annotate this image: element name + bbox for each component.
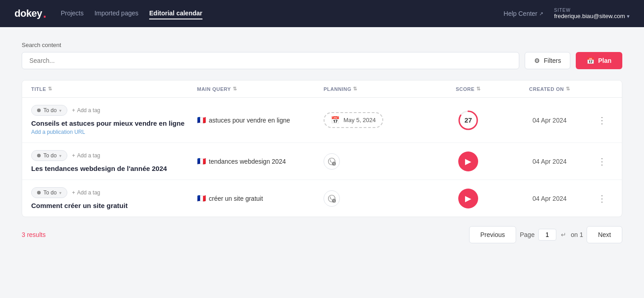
navbar-right: Help Center ↗ SITEW frederique.biau@site… bbox=[503, 8, 630, 19]
row-3-status-row: To do ▾ + Add a tag bbox=[31, 187, 197, 198]
add-tag-3[interactable]: + Add a tag bbox=[72, 189, 100, 196]
col-score: SCORE ⇅ bbox=[432, 86, 504, 92]
help-center-label: Help Center bbox=[503, 10, 537, 17]
nav-projects[interactable]: Projects bbox=[61, 8, 84, 19]
planning-icon-3[interactable] bbox=[324, 190, 340, 207]
row-3-score: ▶ bbox=[432, 189, 504, 208]
col-planning: PLANNING ⇅ bbox=[324, 86, 432, 92]
navbar: dokey. Projects Imported pages Editorial… bbox=[0, 0, 644, 27]
table-footer: 3 results Previous Page ↵ on 1 Next bbox=[22, 217, 622, 245]
logo-text: dokey bbox=[14, 8, 42, 19]
play-button-3[interactable]: ▶ bbox=[458, 189, 478, 208]
row-3-created: 04 Apr 2024 bbox=[504, 195, 595, 202]
nav-links: Projects Imported pages Editorial calend… bbox=[61, 8, 489, 19]
page-return-icon: ↵ bbox=[561, 231, 566, 238]
calendar-icon-1: 📅 bbox=[331, 116, 340, 124]
add-tag-2[interactable]: + Add a tag bbox=[72, 152, 100, 159]
schedule-icon-3 bbox=[328, 194, 336, 203]
next-button[interactable]: Next bbox=[587, 226, 622, 243]
filter-icon: ⚙ bbox=[534, 57, 540, 64]
logo-dot: . bbox=[43, 7, 46, 20]
sort-icon-score[interactable]: ⇅ bbox=[476, 86, 481, 92]
table-header: TITLE ⇅ MAIN QUERY ⇅ PLANNING ⇅ SCORE ⇅ … bbox=[22, 80, 622, 98]
more-button-1[interactable]: ⋮ bbox=[595, 113, 609, 128]
sort-icon-query[interactable]: ⇅ bbox=[233, 86, 237, 92]
sort-icon-title[interactable]: ⇅ bbox=[48, 86, 52, 92]
row-2-planning bbox=[324, 153, 432, 170]
row-2-query: 🇫🇷 tendances webdesign 2024 bbox=[197, 157, 324, 166]
table-row: To do ▾ + Add a tag Comment créer un sit… bbox=[22, 180, 622, 217]
col-actions bbox=[595, 86, 613, 92]
page-input[interactable] bbox=[538, 229, 556, 241]
pagination: Previous Page ↵ on 1 Next bbox=[469, 226, 622, 243]
sitew-label: SITEW bbox=[554, 8, 571, 13]
status-badge-3[interactable]: To do ▾ bbox=[31, 187, 67, 198]
search-input[interactable] bbox=[22, 52, 519, 69]
row-2-score: ▶ bbox=[432, 151, 504, 171]
col-main-query: MAIN QUERY ⇅ bbox=[197, 86, 324, 92]
main-content: Search content ⚙ Filters 📅 Plan TITLE ⇅ … bbox=[0, 27, 644, 260]
play-button-2[interactable]: ▶ bbox=[458, 151, 478, 171]
status-badge-1[interactable]: To do ▾ bbox=[31, 105, 67, 116]
page-on: on 1 bbox=[571, 231, 583, 238]
results-count: 3 results bbox=[22, 231, 46, 238]
row-1-status-row: To do ▾ + Add a tag bbox=[31, 105, 197, 116]
col-title: TITLE ⇅ bbox=[31, 86, 197, 92]
page-label: Page bbox=[520, 231, 535, 238]
nav-imported-pages[interactable]: Imported pages bbox=[94, 8, 138, 19]
row-2-status-row: To do ▾ + Add a tag bbox=[31, 150, 197, 161]
row-3-content: To do ▾ + Add a tag Comment créer un sit… bbox=[31, 187, 197, 209]
row-1-pub-url[interactable]: Add a publication URL bbox=[31, 129, 197, 135]
planning-icon-2[interactable] bbox=[324, 153, 340, 170]
chevron-down-icon: ▾ bbox=[627, 13, 630, 19]
row-2-content: To do ▾ + Add a tag Les tendances webdes… bbox=[31, 150, 197, 172]
nav-editorial-calendar[interactable]: Editorial calendar bbox=[149, 8, 202, 19]
row-1-content: To do ▾ + Add a tag Conseils et astuces … bbox=[31, 105, 197, 135]
plus-icon: + bbox=[72, 152, 75, 159]
chevron-icon: ▾ bbox=[59, 190, 61, 195]
table-row: To do ▾ + Add a tag Conseils et astuces … bbox=[22, 98, 622, 143]
row-1-planning: 📅 May 5, 2024 bbox=[324, 112, 432, 128]
previous-button[interactable]: Previous bbox=[469, 226, 516, 243]
row-1-query: 🇫🇷 astuces pour vendre en ligne bbox=[197, 116, 324, 124]
row-3-planning bbox=[324, 190, 432, 207]
status-dot-1 bbox=[37, 109, 41, 112]
plan-button[interactable]: 📅 Plan bbox=[576, 52, 622, 69]
sort-icon-planning[interactable]: ⇅ bbox=[353, 86, 357, 92]
status-dot-2 bbox=[37, 154, 41, 157]
user-email: frederique.biau@sitew.com ▾ bbox=[554, 13, 630, 19]
row-2-title: Les tendances webdesign de l'année 2024 bbox=[31, 165, 197, 172]
score-number-1: 27 bbox=[465, 116, 472, 124]
more-button-2[interactable]: ⋮ bbox=[595, 154, 609, 169]
chevron-icon: ▾ bbox=[59, 108, 61, 113]
external-link-icon: ↗ bbox=[539, 11, 543, 17]
row-3-query: 🇫🇷 créer un site gratuit bbox=[197, 194, 324, 203]
add-tag-1[interactable]: + Add a tag bbox=[72, 107, 100, 114]
row-3-title: Comment créer un site gratuit bbox=[31, 202, 197, 209]
chevron-icon: ▾ bbox=[59, 153, 61, 158]
table-row: To do ▾ + Add a tag Les tendances webdes… bbox=[22, 143, 622, 180]
status-dot-3 bbox=[37, 191, 41, 194]
row-2-created: 04 Apr 2024 bbox=[504, 158, 595, 165]
score-ring-1: 27 bbox=[458, 110, 479, 131]
flag-icon-1: 🇫🇷 bbox=[197, 116, 206, 124]
col-created-on: CREATED ON ⇅ bbox=[504, 86, 595, 92]
flag-icon-2: 🇫🇷 bbox=[197, 157, 206, 166]
more-button-3[interactable]: ⋮ bbox=[595, 191, 609, 206]
row-1-title: Conseils et astuces pour mieux vendre en… bbox=[31, 119, 197, 127]
search-label: Search content bbox=[22, 42, 622, 48]
sort-icon-created[interactable]: ⇅ bbox=[566, 86, 570, 92]
flag-icon-3: 🇫🇷 bbox=[197, 194, 206, 203]
date-badge-1[interactable]: 📅 May 5, 2024 bbox=[324, 112, 383, 128]
search-row: ⚙ Filters 📅 Plan bbox=[22, 52, 622, 69]
content-table: TITLE ⇅ MAIN QUERY ⇅ PLANNING ⇅ SCORE ⇅ … bbox=[22, 80, 622, 217]
help-center-link[interactable]: Help Center ↗ bbox=[503, 10, 543, 17]
row-1-score: 27 bbox=[432, 110, 504, 131]
plus-icon: + bbox=[72, 189, 75, 196]
filters-button[interactable]: ⚙ Filters bbox=[525, 52, 570, 69]
logo[interactable]: dokey. bbox=[14, 7, 46, 20]
schedule-icon-2 bbox=[328, 157, 336, 166]
status-badge-2[interactable]: To do ▾ bbox=[31, 150, 67, 161]
plus-icon: + bbox=[72, 107, 75, 114]
user-menu[interactable]: SITEW frederique.biau@sitew.com ▾ bbox=[554, 8, 630, 19]
